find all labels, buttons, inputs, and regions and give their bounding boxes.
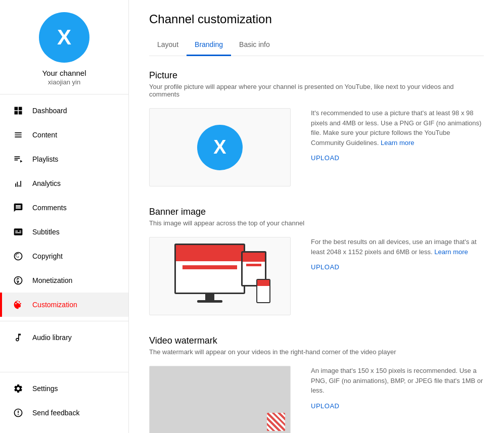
monitor-illustration xyxy=(174,244,245,294)
banner-section-content: For the best results on all devices, use… xyxy=(149,237,484,315)
sidebar-header: X Your channel xiaojian yin xyxy=(0,0,128,94)
sidebar-item-audio-label: Audio library xyxy=(32,333,72,342)
banner-section-desc: This image will appear across the top of… xyxy=(149,219,484,227)
monetization-icon xyxy=(12,274,24,286)
section-picture: Picture Your profile picture will appear… xyxy=(149,70,484,186)
content-icon xyxy=(12,129,24,141)
main-content: Channel customization Layout Branding Ba… xyxy=(129,0,504,433)
tab-branding[interactable]: Branding xyxy=(187,34,231,56)
tabs: Layout Branding Basic info xyxy=(149,34,484,56)
watermark-section-content: ▶ ▶▶ 🔊 ⚙ ▢ ❐ An image that's 150 x 150 p… xyxy=(149,366,484,433)
subtitles-icon xyxy=(12,226,24,238)
sidebar-item-copyright-label: Copyright xyxy=(32,252,63,260)
sidebar-item-playlists-label: Playlists xyxy=(32,155,58,163)
sidebar-item-send-feedback-label: Send feedback xyxy=(32,409,79,417)
banner-info-text: For the best results on all devices, use… xyxy=(311,237,484,257)
picture-learn-more-link[interactable]: Learn more xyxy=(381,139,414,147)
page-title: Channel customization xyxy=(149,12,484,26)
sidebar-item-copyright[interactable]: Copyright xyxy=(0,244,128,268)
sidebar-item-settings-label: Settings xyxy=(32,384,58,393)
monitor-banner-strip xyxy=(176,245,244,261)
tablet-banner-strip xyxy=(243,253,265,262)
audio-icon xyxy=(12,331,24,344)
mobile-banner-strip xyxy=(257,280,269,286)
sidebar-item-comments[interactable]: Comments xyxy=(0,196,128,220)
watermark-info-text: An image that's 150 x 150 pixels is reco… xyxy=(311,366,484,396)
watermark-info-area: An image that's 150 x 150 pixels is reco… xyxy=(311,366,484,410)
sidebar-item-dashboard[interactable]: Dashboard xyxy=(0,99,128,123)
dashboard-icon xyxy=(12,105,24,117)
picture-info-area: It's recommended to use a picture that's… xyxy=(311,108,484,162)
sidebar-item-audio-library[interactable]: Audio library xyxy=(0,325,128,350)
sidebar-item-monetization-label: Monetization xyxy=(32,276,72,284)
sidebar-item-customization[interactable]: Customization xyxy=(0,293,128,317)
banner-section-title: Banner image xyxy=(149,207,484,217)
section-banner: Banner image This image will appear acro… xyxy=(149,207,484,315)
channel-name: Your channel xyxy=(42,69,86,77)
sidebar-bottom: Settings Send feedback xyxy=(0,372,128,433)
sidebar-item-dashboard-label: Dashboard xyxy=(32,107,67,115)
monitor-base xyxy=(197,300,222,303)
tablet-red-bar xyxy=(246,264,262,266)
sidebar-item-send-feedback[interactable]: Send feedback xyxy=(0,401,128,425)
sidebar-item-subtitles[interactable]: Subtitles xyxy=(0,220,128,244)
sidebar-nav: Dashboard Content Playlists Analytics xyxy=(0,94,128,372)
watermark-section-title: Video watermark xyxy=(149,335,484,346)
sidebar-item-comments-label: Comments xyxy=(32,204,67,212)
sidebar: X Your channel xiaojian yin Dashboard Co… xyxy=(0,0,129,433)
picture-section-content: X It's recommended to use a picture that… xyxy=(149,108,484,186)
watermark-preview-area: ▶ ▶▶ 🔊 ⚙ ▢ ❐ xyxy=(149,366,291,433)
analytics-icon xyxy=(12,177,24,189)
watermark-badge xyxy=(267,413,285,431)
picture-upload-button[interactable]: UPLOAD xyxy=(311,154,339,162)
banner-devices-illustration xyxy=(169,244,270,309)
monitor-red-bar xyxy=(182,265,237,269)
banner-upload-button[interactable]: UPLOAD xyxy=(311,263,339,271)
tab-basic-info[interactable]: Basic info xyxy=(231,34,278,56)
banner-learn-more-link[interactable]: Learn more xyxy=(434,248,468,256)
watermark-upload-button[interactable]: UPLOAD xyxy=(311,402,339,410)
picture-info-text: It's recommended to use a picture that's… xyxy=(311,108,484,148)
sidebar-item-subtitles-label: Subtitles xyxy=(32,228,60,236)
avatar: X xyxy=(39,12,89,63)
feedback-icon xyxy=(12,407,24,419)
profile-preview-avatar: X xyxy=(197,125,243,170)
settings-icon xyxy=(12,382,24,395)
sidebar-item-analytics-label: Analytics xyxy=(32,179,61,187)
picture-section-desc: Your profile picture will appear where y… xyxy=(149,83,484,98)
channel-handle: xiaojian yin xyxy=(48,78,80,86)
banner-info-area: For the best results on all devices, use… xyxy=(311,237,484,271)
tab-layout[interactable]: Layout xyxy=(149,34,187,56)
sidebar-item-settings[interactable]: Settings xyxy=(0,376,128,401)
sidebar-item-content[interactable]: Content xyxy=(0,123,128,147)
sidebar-item-analytics[interactable]: Analytics xyxy=(0,171,128,196)
playlists-icon xyxy=(12,153,24,165)
section-watermark: Video watermark The watermark will appea… xyxy=(149,335,484,433)
banner-preview-area xyxy=(149,237,291,315)
comments-icon xyxy=(12,202,24,214)
sidebar-divider xyxy=(0,321,128,321)
sidebar-item-content-label: Content xyxy=(32,131,57,139)
watermark-section-desc: The watermark will appear on your videos… xyxy=(149,348,484,356)
copyright-icon xyxy=(12,250,24,262)
sidebar-item-monetization[interactable]: Monetization xyxy=(0,268,128,293)
mobile-illustration xyxy=(256,279,270,303)
customization-icon xyxy=(12,299,24,311)
picture-section-title: Picture xyxy=(149,70,484,81)
sidebar-item-playlists[interactable]: Playlists xyxy=(0,147,128,171)
sidebar-item-customization-label: Customization xyxy=(32,301,77,309)
picture-preview-area: X xyxy=(149,108,291,186)
